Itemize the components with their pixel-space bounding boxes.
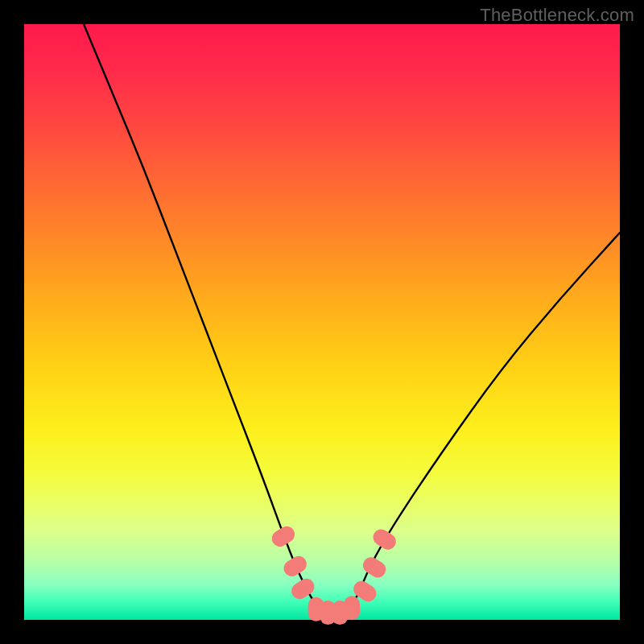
highlight-node xyxy=(370,526,399,553)
highlight-node xyxy=(269,523,298,550)
highlight-node xyxy=(360,554,389,580)
highlight-node xyxy=(281,553,310,580)
plot-area xyxy=(24,24,620,620)
highlight-nodes xyxy=(269,523,399,625)
bottleneck-curve-path xyxy=(84,24,620,618)
highlight-node xyxy=(344,596,360,620)
curve-layer xyxy=(24,24,620,620)
chart-frame: TheBottleneck.com xyxy=(0,0,644,644)
watermark-text: TheBottleneck.com xyxy=(480,5,634,26)
bottleneck-curve xyxy=(84,24,620,618)
